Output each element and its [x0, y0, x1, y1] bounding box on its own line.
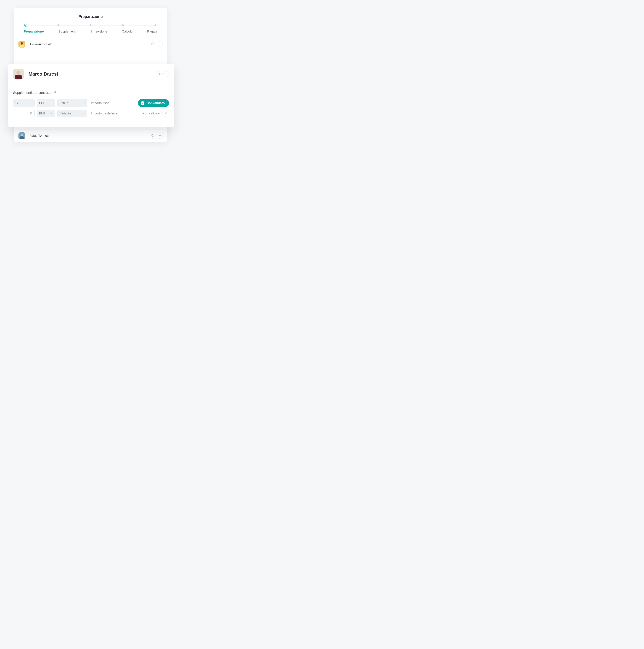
- arrow-right-icon: [53, 91, 57, 95]
- document-icon: [158, 72, 160, 76]
- employee-row[interactable]: Alessandra Lotti: [14, 38, 167, 50]
- amount-input[interactable]: 120: [13, 99, 35, 107]
- progress-node-5[interactable]: [155, 24, 156, 26]
- amount-value: 120: [15, 101, 20, 105]
- svg-rect-13: [30, 112, 31, 113]
- progress-node-4[interactable]: [122, 24, 124, 26]
- document-button[interactable]: [150, 41, 155, 47]
- svg-point-14: [30, 113, 31, 114]
- step-label-3[interactable]: In revisione: [91, 30, 107, 33]
- type-value: Bonus: [59, 101, 68, 105]
- step-label-4[interactable]: Calcolo: [122, 30, 132, 33]
- check-icon: [141, 101, 145, 105]
- check-icon: [164, 112, 167, 115]
- amount-input[interactable]: [13, 110, 35, 117]
- employee-detail-card: Marco Baresi Supplementi per contratto: [8, 64, 174, 127]
- svg-point-15: [31, 113, 32, 114]
- chevron-down-icon: [50, 112, 53, 115]
- svg-point-16: [30, 114, 31, 114]
- avatar: [18, 132, 25, 139]
- supplement-label: Importo fisso: [91, 101, 126, 105]
- step-labels: Preparazione Supplementi In revisione Ca…: [24, 30, 157, 33]
- type-value: Variabile: [59, 112, 71, 115]
- card-title: Preparazione: [14, 8, 167, 24]
- currency-select[interactable]: EUR: [37, 99, 55, 107]
- document-button[interactable]: [150, 133, 155, 139]
- document-icon: [151, 43, 154, 46]
- progress-node-3[interactable]: [90, 24, 91, 26]
- avatar: [18, 41, 25, 48]
- chevron-down-icon: [50, 101, 53, 105]
- chevron-down-icon: [83, 112, 85, 115]
- svg-rect-11: [15, 75, 22, 79]
- supplements-link-label: Supplementi per contratto: [13, 91, 51, 95]
- supplement-row: 120 EUR Bonus Importo fisso Convalidato: [13, 99, 169, 107]
- employee-name: Fabio Torinesi: [30, 134, 150, 138]
- chevron-down-icon: [83, 101, 85, 105]
- avatar: [13, 69, 24, 79]
- progress-node-2[interactable]: [57, 24, 59, 26]
- step-label-1[interactable]: Preparazione: [24, 30, 44, 33]
- plus-icon: [165, 72, 167, 76]
- supplement-row: EUR Variabile Importo da definire Non va…: [13, 110, 169, 117]
- document-button[interactable]: [156, 71, 162, 77]
- add-button[interactable]: [157, 41, 163, 47]
- svg-point-17: [31, 114, 32, 114]
- plus-icon: [159, 43, 161, 46]
- validated-pill[interactable]: Convalidato: [138, 99, 169, 107]
- not-validated-label: Non validato: [142, 112, 160, 115]
- type-select[interactable]: Bonus: [57, 99, 87, 107]
- currency-select[interactable]: EUR: [37, 110, 55, 117]
- validate-button[interactable]: [162, 110, 169, 117]
- supplement-label: Importo da definire: [91, 112, 126, 115]
- svg-rect-8: [20, 136, 24, 139]
- calculator-icon: [29, 112, 32, 116]
- employee-name: Alessandra Lotti: [30, 42, 150, 46]
- progress-node-1[interactable]: [24, 24, 27, 27]
- add-button[interactable]: [163, 71, 169, 77]
- currency-value: EUR: [39, 112, 45, 115]
- validated-label: Convalidato: [147, 101, 165, 105]
- type-select[interactable]: Variabile: [57, 110, 87, 117]
- currency-value: EUR: [39, 101, 45, 105]
- supplements-link[interactable]: Supplementi per contratto: [13, 91, 169, 95]
- progress-bar: [26, 24, 155, 27]
- add-button[interactable]: [157, 133, 163, 139]
- plus-icon: [159, 134, 161, 137]
- step-label-5[interactable]: Pagata: [147, 30, 157, 33]
- step-label-2[interactable]: Supplementi: [58, 30, 76, 33]
- svg-rect-2: [20, 45, 24, 48]
- employee-name: Marco Baresi: [29, 72, 156, 77]
- svg-point-10: [16, 71, 21, 75]
- svg-point-1: [21, 42, 23, 45]
- svg-point-7: [21, 134, 23, 136]
- document-icon: [151, 134, 154, 137]
- employee-row[interactable]: Fabio Torinesi: [14, 130, 167, 142]
